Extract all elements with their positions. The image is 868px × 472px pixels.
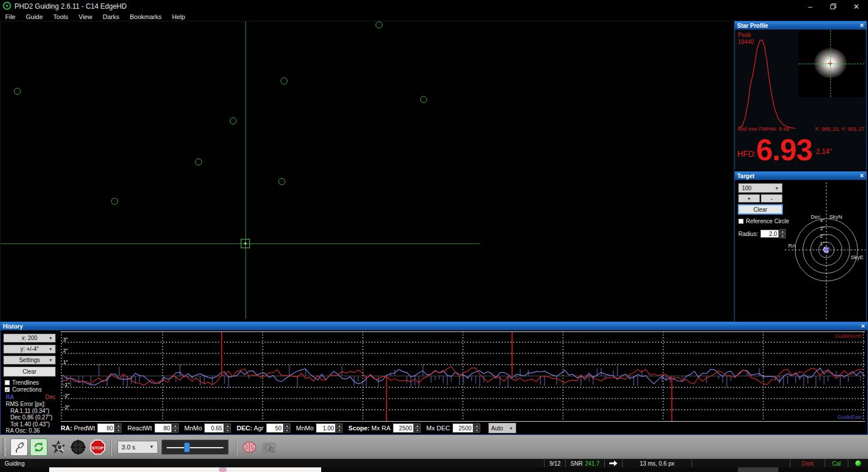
empty-status-cell xyxy=(692,459,790,468)
svg-text:1": 1" xyxy=(63,359,68,365)
svg-text:GuideEast: GuideEast xyxy=(837,414,862,420)
detected-star-marker[interactable] xyxy=(111,198,118,205)
begin-guiding-button[interactable] xyxy=(69,438,87,456)
centroid-marker-icon xyxy=(827,61,833,66)
history-clear-button[interactable]: Clear xyxy=(3,367,56,377)
guide-star xyxy=(244,242,247,245)
stretch-slider[interactable] xyxy=(161,440,229,455)
toolbar-grip[interactable] xyxy=(2,438,6,456)
param-spinner[interactable]: ▲▼ xyxy=(225,423,231,433)
main-toolbar: STOP 3.0 s▼ xyxy=(0,435,868,459)
detected-star-marker[interactable] xyxy=(376,21,382,28)
history-close-icon[interactable]: ✕ xyxy=(860,323,865,329)
restore-button[interactable] xyxy=(822,0,845,13)
param-input-agr[interactable] xyxy=(266,423,284,433)
background-window-sliver xyxy=(0,467,868,472)
rms-dec: Dec 0.86 (0.27") xyxy=(3,414,59,421)
settings-dropdown[interactable]: Settings▼ xyxy=(3,356,56,364)
loop-exposures-button[interactable] xyxy=(30,438,47,456)
corrections-checkbox[interactable]: ✓ xyxy=(5,387,10,392)
x-scale-dropdown[interactable]: x: 200▼ xyxy=(3,334,56,342)
param-spinner[interactable]: ▲▼ xyxy=(474,423,480,433)
star-profile-close-icon[interactable]: ✕ xyxy=(859,23,864,28)
detected-star-marker[interactable] xyxy=(230,117,237,124)
detected-star-marker[interactable] xyxy=(281,78,288,84)
minimize-button[interactable]: – xyxy=(799,0,822,13)
svg-text:4": 4" xyxy=(820,217,825,223)
param-input-mnmo[interactable] xyxy=(204,423,224,433)
star-profile-title-bar[interactable]: Star Profile ✕ xyxy=(735,21,866,30)
history-sidebar: x: 200▼ y: +/-4"▼ Settings▼ Clear Trendl… xyxy=(3,334,59,434)
star-thumbnail xyxy=(799,30,865,97)
target-bullseye-plot: 4"3"2"1"DecSkyNRASkyE xyxy=(735,180,867,322)
param-label: MnMo xyxy=(185,425,203,432)
guide-state-label: Guiding xyxy=(0,460,544,467)
param-mx-dec: Mx DEC▲▼ xyxy=(426,423,480,433)
slider-handle[interactable] xyxy=(184,443,190,452)
param-input-mx-ra[interactable] xyxy=(393,423,414,433)
param-mnmo: MnMo▲▼ xyxy=(185,423,231,433)
hfd-value: 6.93 xyxy=(756,135,812,165)
menu-item-bookmarks[interactable]: Bookmarks xyxy=(124,13,167,21)
param-input-mx-dec[interactable] xyxy=(453,423,473,433)
connect-equipment-button[interactable] xyxy=(10,438,28,456)
pulse-readout: 13 ms, 0.6 px xyxy=(622,459,692,468)
dec-mode-dropdown[interactable]: Auto▼ xyxy=(488,423,516,433)
history-title-bar[interactable]: History ✕ xyxy=(1,322,867,330)
param-spinner[interactable]: ▲▼ xyxy=(115,423,122,433)
stop-button[interactable]: STOP xyxy=(89,438,106,456)
param-label: MnMo xyxy=(296,425,314,432)
param-agr: DEC: Agr▲▼ xyxy=(237,423,290,433)
background-window-content xyxy=(219,467,227,472)
param-input-predwt[interactable] xyxy=(97,423,115,433)
fwhm-row: Mid row FWHM: 8.66 X: 985.18, Y: 901.37 xyxy=(738,126,865,132)
status-light-icon xyxy=(855,460,861,466)
dec-legend-label: Dec xyxy=(45,394,56,400)
param-mnmo: MnMo▲▼ xyxy=(296,423,343,433)
param-spinner[interactable]: ▲▼ xyxy=(172,423,179,433)
menu-item-view[interactable]: View xyxy=(73,13,98,21)
target-content: 100▼ + - Clear Reference Circle Radius: … xyxy=(735,180,866,322)
param-label: DEC: Agr xyxy=(237,425,263,432)
star-profile-curve xyxy=(736,34,797,134)
menu-item-guide[interactable]: Guide xyxy=(21,13,48,21)
param-label: RA: PredWt xyxy=(61,425,95,432)
hfd-arcsec: 2.14" xyxy=(816,148,832,156)
menu-item-tools[interactable]: Tools xyxy=(48,13,73,21)
param-reactwt: ReactWt▲▼ xyxy=(127,423,178,433)
svg-text:3": 3" xyxy=(820,226,825,231)
close-button[interactable]: ✕ xyxy=(845,0,868,13)
brain-settings-button[interactable] xyxy=(241,438,258,456)
param-input-mnmo[interactable] xyxy=(316,423,336,433)
menu-item-darks[interactable]: Darks xyxy=(97,13,124,21)
param-spinner[interactable]: ▲▼ xyxy=(336,423,343,433)
trendlines-checkbox[interactable] xyxy=(5,380,10,385)
param-input-reactwt[interactable] xyxy=(155,423,172,433)
lock-crosshair-vertical xyxy=(245,21,246,319)
svg-text:RA: RA xyxy=(788,242,796,249)
target-title-bar[interactable]: Target ✕ xyxy=(735,172,866,180)
detected-star-marker[interactable] xyxy=(420,96,427,103)
camera-settings-button-disabled[interactable] xyxy=(260,438,278,456)
snr-readout: SNR241.7 xyxy=(565,459,604,468)
menu-item-file[interactable]: File xyxy=(0,13,21,21)
target-close-icon[interactable]: ✕ xyxy=(859,173,864,179)
detected-star-marker[interactable] xyxy=(14,88,21,95)
menu-item-help[interactable]: Help xyxy=(167,13,190,21)
toolbar-separator xyxy=(111,438,111,456)
rms-ra: RA 1.11 (0.34") xyxy=(3,408,59,415)
status-bar: Guiding 9/12 SNR241.7 13 ms, 0.6 px Dark… xyxy=(0,459,868,467)
param-spinner[interactable]: ▲▼ xyxy=(414,423,421,433)
menu-bar: FileGuideToolsViewDarksBookmarksHelp xyxy=(0,13,868,21)
exposure-dropdown[interactable]: 3.0 s▼ xyxy=(117,441,158,453)
detected-star-marker[interactable] xyxy=(278,178,285,185)
detected-star-marker[interactable] xyxy=(195,158,202,165)
corrections-row: ✓ Corrections xyxy=(5,386,59,393)
y-scale-dropdown[interactable]: y: +/-4"▼ xyxy=(3,345,56,353)
guiding-history-graph: 3"2"1"-1"-2"-3"GuideNorthGuideEast xyxy=(61,331,865,422)
param-spinner[interactable]: ▲▼ xyxy=(284,423,290,433)
series-legend: RA Dec xyxy=(3,393,59,400)
auto-select-star-button[interactable] xyxy=(50,438,67,456)
target-panel: Target ✕ 100▼ + - Clear Reference Circle… xyxy=(734,171,867,322)
camera-view[interactable] xyxy=(0,21,734,322)
